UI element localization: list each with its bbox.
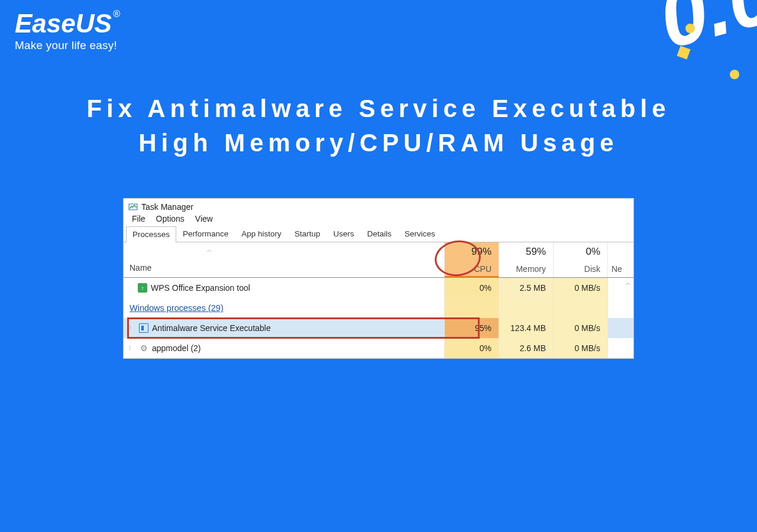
network-label: Ne [612,264,626,274]
column-network[interactable]: Ne [607,242,633,277]
cell-network [607,298,633,318]
tab-processes[interactable]: Processes [126,226,176,242]
disk-percent: 0% [556,246,600,258]
brand-name: EaseUS [15,9,112,38]
cell-memory: 2.5 MB [499,278,553,298]
tab-bar: Processes Performance App history Startu… [124,226,633,242]
sort-caret-icon: ︿ [206,246,212,254]
cell-memory: 123.4 MB [499,318,553,338]
disk-label: Disk [556,264,600,274]
expand-icon[interactable]: 〉 [128,344,134,352]
cell-cpu: 0% [444,338,499,358]
column-name-label: Name [130,263,151,273]
tab-services[interactable]: Services [398,226,442,242]
task-manager-icon [128,202,138,212]
cell-disk: 0 MB/s [553,278,607,298]
cell-cpu: 0% [444,278,499,298]
defender-icon [139,323,148,333]
tab-startup[interactable]: Startup [288,226,327,242]
cell-network [607,318,633,338]
expand-icon[interactable]: 〉 [128,324,134,332]
page-title: Fix Antimalware Service Executable High … [0,95,757,157]
memory-label: Memory [502,264,546,274]
menu-options[interactable]: Options [156,214,185,223]
group-label: Windows processes (29) [130,303,224,313]
title-line-1: Fix Antimalware Service Executable [30,95,727,123]
scroll-up-icon[interactable]: ︿ [625,279,631,287]
cell-disk: 0 MB/s [553,318,607,338]
app-icon: ↑ [138,283,147,293]
tab-app-history[interactable]: App history [235,226,288,242]
brand-logo: EaseUS® Make your life easy! [15,11,119,52]
decoration-shape: 0.0 [649,0,757,67]
table-row[interactable]: 〉 Antimalware Service Executable 95% 123… [124,318,633,338]
title-line-2: High Memory/CPU/RAM Usage [30,129,727,157]
brand-tagline: Make your life easy! [15,39,119,52]
gear-icon: ⚙ [139,343,148,353]
tab-users[interactable]: Users [326,226,360,242]
window-titlebar: Task Manager [124,199,633,213]
menu-bar: File Options View [124,213,633,226]
cell-memory [499,298,553,318]
cell-memory: 2.6 MB [499,338,553,358]
column-cpu[interactable]: 99% CPU [444,242,499,277]
tab-performance[interactable]: Performance [176,226,235,242]
cell-disk: 0 MB/s [553,338,607,358]
column-name[interactable]: ︿ Name [124,242,444,277]
decoration-dot [730,70,739,79]
registered-mark: ® [113,9,120,19]
column-disk[interactable]: 0% Disk [553,242,607,277]
table-row[interactable]: ↑ WPS Office Expansion tool 0% 2.5 MB 0 … [124,278,633,298]
cpu-percent: 99% [447,246,491,258]
tab-details[interactable]: Details [361,226,398,242]
process-name: Antimalware Service Executable [152,323,271,333]
window-title: Task Manager [141,202,193,212]
process-name: WPS Office Expansion tool [151,283,250,293]
process-group-header[interactable]: Windows processes (29) [124,298,633,318]
cell-network [607,338,633,358]
cpu-label: CPU [447,264,491,274]
process-name: appmodel (2) [152,343,201,353]
menu-file[interactable]: File [132,214,145,223]
decoration-dot [685,24,695,33]
process-list: ︿ ↑ WPS Office Expansion tool 0% 2.5 MB … [124,278,633,358]
column-headers: ︿ Name 99% CPU 59% Memory 0% Disk Ne [124,242,633,278]
task-manager-window: Task Manager File Options View Processes… [123,198,634,359]
cell-cpu: 95% [444,318,499,338]
memory-percent: 59% [502,246,546,258]
column-memory[interactable]: 59% Memory [499,242,553,277]
cell-cpu [444,298,499,318]
menu-view[interactable]: View [195,214,213,223]
cell-disk [553,298,607,318]
table-row[interactable]: 〉 ⚙ appmodel (2) 0% 2.6 MB 0 MB/s [124,338,633,358]
